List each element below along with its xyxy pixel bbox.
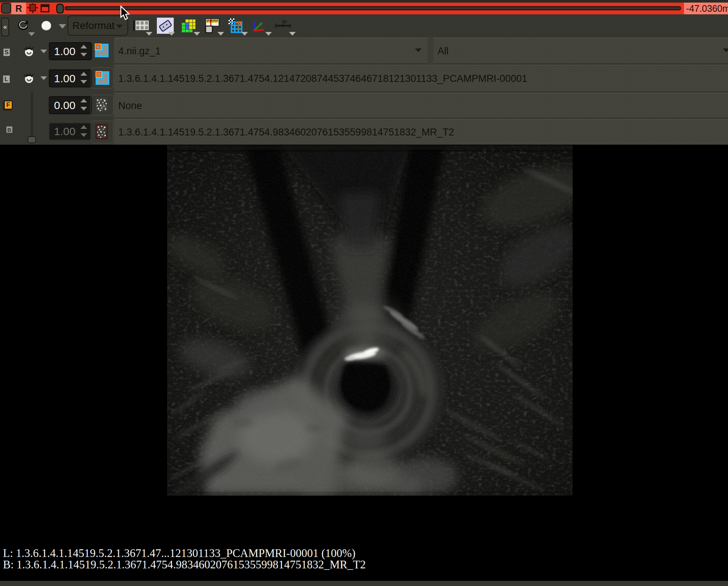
svg-text:10: 10 (282, 19, 286, 24)
svg-text:?: ? (235, 19, 242, 31)
